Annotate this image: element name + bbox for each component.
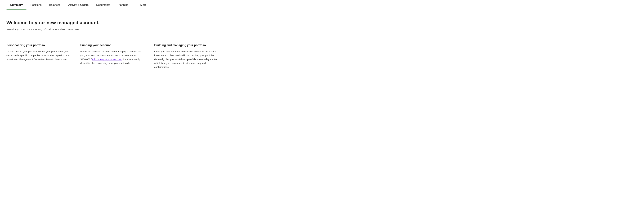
funding-body: Before we can start building and managin… bbox=[80, 50, 144, 65]
funding-column: Funding your account Before we can start… bbox=[80, 44, 144, 69]
building-column: Building and managing your portfolio Onc… bbox=[154, 44, 218, 69]
info-columns: Personalizing your portfolio To help ens… bbox=[6, 44, 218, 69]
nav-item-more[interactable]: ⋮ More bbox=[132, 0, 150, 10]
nav-item-activity-orders[interactable]: Activity & Orders bbox=[64, 0, 92, 10]
more-dots-icon: ⋮ bbox=[136, 3, 139, 7]
main-content: Welcome to your new managed account. Now… bbox=[0, 10, 225, 76]
welcome-subtext: Now that your account is open, let's tal… bbox=[6, 28, 218, 31]
nav-item-positions[interactable]: Positions bbox=[26, 0, 45, 10]
nav-item-summary[interactable]: Summary bbox=[6, 0, 26, 10]
welcome-heading: Welcome to your new managed account. bbox=[6, 20, 218, 26]
personalizing-body: To help ensure your portfolio reflects y… bbox=[6, 50, 71, 61]
personalizing-column: Personalizing your portfolio To help ens… bbox=[6, 44, 71, 69]
building-bold: up to 5 business days bbox=[186, 58, 211, 60]
section-divider bbox=[6, 37, 218, 37]
building-body: Once your account balance reaches $100,0… bbox=[154, 50, 218, 69]
funding-title: Funding your account bbox=[80, 44, 144, 47]
add-money-link[interactable]: Add money to your account. bbox=[92, 58, 122, 60]
nav-item-balances[interactable]: Balances bbox=[45, 0, 64, 10]
navigation: Summary Positions Balances Activity & Or… bbox=[0, 0, 644, 10]
nav-item-documents[interactable]: Documents bbox=[92, 0, 114, 10]
nav-item-planning[interactable]: Planning bbox=[114, 0, 132, 10]
personalizing-title: Personalizing your portfolio bbox=[6, 44, 71, 47]
building-title: Building and managing your portfolio bbox=[154, 44, 218, 47]
personalizing-text: To help ensure your portfolio reflects y… bbox=[6, 50, 70, 60]
